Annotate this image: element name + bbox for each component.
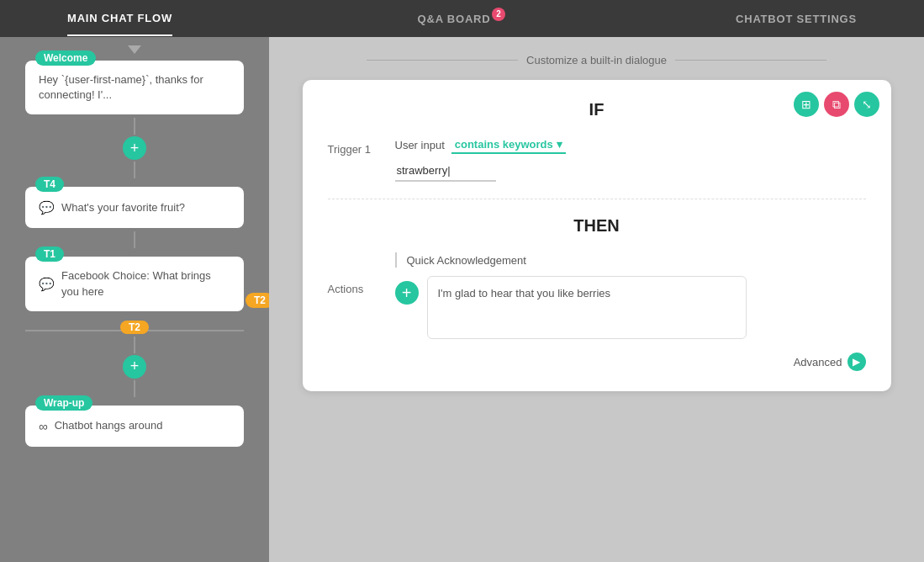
connector-4 [134, 337, 135, 353]
right-divider [675, 60, 826, 61]
actions-content: + I'm glad to hear that you like berries [395, 276, 866, 339]
actions-label: Actions [328, 276, 378, 295]
nav-chatbot-settings[interactable]: CHATBOT SETTINGS [736, 3, 857, 35]
t1-text-label: Facebook Choice: What brings you here [61, 268, 230, 299]
main-content: Welcome Hey `{user-first-name}`, thanks … [0, 37, 924, 562]
connector-1 [134, 118, 135, 135]
dropdown-chevron-icon: ▾ [557, 138, 562, 151]
keyword-dropdown[interactable]: contains keywords ▾ [451, 136, 566, 154]
nav-main-chat-flow[interactable]: MAIN CHAT FLOW [67, 2, 172, 36]
t4-text-label: What's your favorite fruit? [61, 200, 185, 215]
trigger-row: Trigger 1 User input contains keywords ▾ [328, 136, 866, 182]
right-panel: Customize a built-in dialogue ⊞ ⧉ ⤡ [269, 37, 924, 562]
wrapup-card[interactable]: Wrap-up ∞ Chatbot hangs around [25, 406, 244, 447]
advanced-arrow-button[interactable]: ▶ [847, 353, 866, 371]
nav-qa-board[interactable]: Q&A BOARD 2 [418, 3, 491, 35]
sidebar: Welcome Hey `{user-first-name}`, thanks … [0, 37, 269, 562]
customize-label-row: Customize a built-in dialogue [303, 54, 891, 66]
t1-card[interactable]: T1 💬 Facebook Choice: What brings you he… [25, 257, 244, 310]
advanced-label: Advanced [794, 356, 842, 368]
quick-ack-label-text: Quick Acknowledgement [407, 254, 526, 267]
wrapup-label: Wrap-up [35, 395, 92, 411]
add-button-2[interactable]: + [123, 355, 146, 379]
welcome-label: Welcome [35, 50, 96, 66]
if-title: IF [328, 100, 866, 119]
t2-inline-badge: T2 [246, 293, 269, 308]
infinity-icon: ∞ [39, 417, 48, 435]
top-navigation: MAIN CHAT FLOW Q&A BOARD 2 CHATBOT SETTI… [0, 0, 924, 37]
connector-5 [134, 380, 135, 397]
table-icon: ⊞ [801, 98, 811, 111]
quick-ack-row: Quick Acknowledgement [328, 252, 866, 268]
t4-text: 💬 What's your favorite fruit? [39, 199, 230, 216]
trigger-label: Trigger 1 [328, 136, 378, 156]
t1-text: 💬 Facebook Choice: What brings you here [39, 268, 230, 299]
wrapup-text-label: Chatbot hangs around [55, 418, 163, 433]
arrow-indicator [128, 45, 141, 54]
table-icon-btn[interactable]: ⊞ [794, 92, 819, 117]
chat-icon-t4: 💬 [39, 199, 55, 216]
trigger-content: User input contains keywords ▾ [395, 136, 866, 182]
connector-2 [134, 162, 135, 178]
add-action-button[interactable]: + [395, 281, 419, 305]
keyword-input[interactable] [395, 161, 496, 182]
copy-icon-btn[interactable]: ⧉ [824, 92, 849, 117]
collapse-icon-btn[interactable]: ⤡ [854, 92, 879, 117]
then-section: THEN Quick Acknowledgement Actions + I'm… [328, 199, 866, 339]
qa-board-label: Q&A BOARD [418, 13, 491, 25]
actions-row: Actions + I'm glad to hear that you like… [328, 276, 866, 339]
t2-separator-badge: T2 [120, 321, 149, 334]
collapse-icon: ⤡ [862, 98, 872, 111]
t4-label: T4 [35, 177, 64, 192]
user-input-label: User input [395, 139, 445, 151]
welcome-card[interactable]: Welcome Hey `{user-first-name}`, thanks … [25, 61, 244, 114]
keyword-dropdown-label: contains keywords [455, 138, 553, 151]
copy-icon: ⧉ [832, 98, 841, 112]
card-action-icons: ⊞ ⧉ ⤡ [794, 92, 879, 117]
t1-label: T1 [35, 247, 64, 262]
advanced-row: Advanced ▶ [328, 353, 866, 371]
add-button-1[interactable]: + [123, 136, 146, 160]
ack-vertical-line [395, 252, 397, 268]
then-title: THEN [328, 216, 866, 236]
wrapup-text: ∞ Chatbot hangs around [39, 417, 230, 435]
message-textarea[interactable]: I'm glad to hear that you like berries [427, 276, 747, 339]
qa-board-nav-item[interactable]: Q&A BOARD 2 [418, 13, 491, 25]
trigger-top-row: User input contains keywords ▾ [395, 136, 866, 154]
ifthen-card: ⊞ ⧉ ⤡ IF Trigger 1 User input [303, 80, 891, 391]
left-divider [367, 60, 518, 61]
chat-icon-t1: 💬 [39, 275, 55, 293]
right-inner: Customize a built-in dialogue ⊞ ⧉ ⤡ [303, 54, 891, 391]
connector-3 [134, 231, 135, 248]
qa-board-badge: 2 [492, 8, 505, 21]
t4-card[interactable]: T4 💬 What's your favorite fruit? [25, 187, 244, 228]
customize-label-text: Customize a built-in dialogue [526, 54, 667, 66]
chevron-right-icon: ▶ [853, 356, 860, 368]
welcome-text: Hey `{user-first-name}`, thanks for conn… [39, 72, 230, 103]
